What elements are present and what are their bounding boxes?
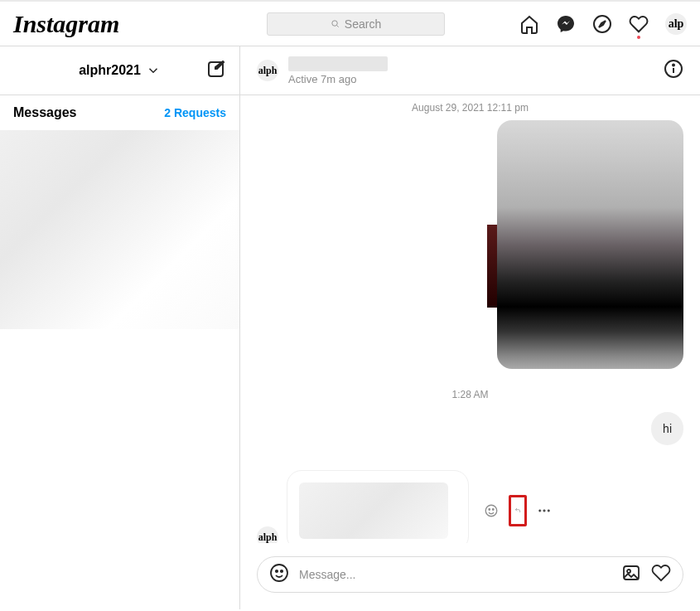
message-input[interactable] <box>299 568 611 581</box>
like-button[interactable] <box>651 563 671 586</box>
thread-list <box>0 130 239 609</box>
home-icon[interactable] <box>519 14 539 34</box>
instagram-logo[interactable]: Instagram <box>13 10 245 38</box>
svg-point-7 <box>673 65 674 66</box>
svg-marker-3 <box>599 21 606 27</box>
messenger-icon[interactable] <box>556 14 576 34</box>
svg-point-0 <box>332 21 337 26</box>
reply-button[interactable] <box>509 495 527 526</box>
shared-post[interactable] <box>497 120 683 369</box>
explore-icon[interactable] <box>592 14 612 34</box>
more-options-button[interactable] <box>535 502 553 520</box>
svg-point-11 <box>538 510 541 512</box>
nav-icons: alp <box>519 13 687 35</box>
message-row-outgoing: hi <box>257 412 683 445</box>
sidebar-header: alphr2021 <box>0 46 239 95</box>
message-content-redacted <box>299 482 448 539</box>
svg-line-1 <box>336 26 338 27</box>
chat-body[interactable]: August 29, 2021 12:11 pm 1:28 AM hi alph <box>240 95 700 543</box>
messages-tab[interactable]: Messages <box>13 105 77 120</box>
svg-point-18 <box>627 570 630 573</box>
chevron-down-icon <box>146 63 161 78</box>
chat-info-button[interactable] <box>664 59 683 82</box>
message-bubble[interactable] <box>287 470 469 543</box>
svg-point-12 <box>543 510 546 512</box>
svg-point-13 <box>548 510 550 512</box>
main: alphr2021 Messages 2 Requests alph Activ… <box>0 46 700 609</box>
composer <box>240 543 700 609</box>
svg-point-10 <box>493 509 495 511</box>
chat-title-wrap: Active 7m ago <box>288 56 388 85</box>
svg-point-14 <box>271 565 287 581</box>
photo-button[interactable] <box>621 563 641 586</box>
chat-avatar[interactable]: alph <box>257 60 278 81</box>
message-row-incoming: alph <box>257 470 683 543</box>
sender-avatar[interactable]: alph <box>257 526 278 543</box>
chat-header: alph Active 7m ago <box>240 46 700 95</box>
message-row-outgoing <box>257 120 683 369</box>
react-button[interactable] <box>482 502 500 520</box>
emoji-button[interactable] <box>269 563 289 586</box>
svg-point-15 <box>276 570 278 572</box>
search-input[interactable]: Search <box>267 12 445 36</box>
search-icon <box>331 19 340 28</box>
new-message-button[interactable] <box>206 59 226 82</box>
chat-status: Active 7m ago <box>288 73 388 85</box>
profile-avatar[interactable]: alp <box>665 13 687 35</box>
sidebar-tabs: Messages 2 Requests <box>0 95 239 130</box>
chat-username[interactable] <box>288 56 388 71</box>
search-wrap: Search <box>267 12 445 36</box>
notification-dot <box>637 36 640 39</box>
requests-link[interactable]: 2 Requests <box>164 106 226 119</box>
svg-point-16 <box>281 570 282 572</box>
sidebar-username: alphr2021 <box>79 63 141 78</box>
search-placeholder: Search <box>345 17 381 31</box>
account-switcher[interactable]: alphr2021 <box>79 63 161 78</box>
timestamp: August 29, 2021 12:11 pm <box>257 102 683 114</box>
activity-icon[interactable] <box>629 14 649 34</box>
top-nav: Instagram Search alp <box>0 2 700 46</box>
message-actions <box>482 495 553 526</box>
chat-panel: alph Active 7m ago August 29, 2021 12:11… <box>240 46 700 609</box>
svg-point-9 <box>489 509 490 511</box>
timestamp: 1:28 AM <box>257 389 683 400</box>
message-bubble[interactable]: hi <box>651 412 683 445</box>
sidebar: alphr2021 Messages 2 Requests <box>0 46 240 609</box>
thread-item[interactable] <box>0 130 239 329</box>
svg-point-8 <box>485 505 497 516</box>
composer-inner <box>257 556 683 593</box>
